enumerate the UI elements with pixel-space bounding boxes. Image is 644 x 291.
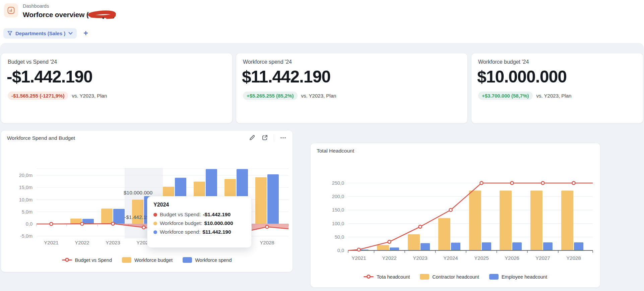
- svg-text:0,0: 0,0: [26, 221, 33, 227]
- chart-legend: Budget vs SpendWorkforce budgetWorkforce…: [1, 257, 293, 263]
- kpi-title: Workforce budget '24: [478, 59, 643, 65]
- dashboard-page: Dashboards Worforce overview ( ): [0, 0, 644, 291]
- kpi-delta-badge: -$1.565.255 (-1271,9%): [8, 92, 68, 100]
- edit-button[interactable]: [248, 134, 256, 141]
- legend-swatch-icon: [122, 257, 131, 263]
- filter-bar: Departments (Sales ) +: [3, 28, 88, 39]
- pencil-icon: [249, 134, 255, 141]
- legend-ring-icon: [65, 258, 69, 262]
- svg-text:-5,0m: -5,0m: [20, 233, 33, 239]
- legend-label: Budget vs Spend: [75, 257, 112, 263]
- dashboard-app-icon[interactable]: [4, 3, 18, 17]
- svg-text:Y2026: Y2026: [505, 255, 519, 261]
- legend-label: Workforce spend: [195, 257, 232, 263]
- tooltip-series-label: Budget vs Spend:: [160, 212, 201, 218]
- svg-text:0,0: 0,0: [337, 248, 344, 253]
- svg-text:Y2021: Y2021: [44, 240, 58, 245]
- chart-tooltip: Y2024 Budget vs Spend:-$1.442.190Workfor…: [147, 196, 252, 248]
- kpi-delta-badge: +$3.700.000 (58,7%): [478, 92, 533, 100]
- redaction-scribble-icon: [87, 10, 116, 20]
- breadcrumb[interactable]: Dashboards: [23, 3, 115, 9]
- tooltip-series-value: $11.442.190: [202, 229, 231, 235]
- svg-text:250,0: 250,0: [332, 180, 344, 186]
- svg-text:$10.000.000: $10.000.000: [124, 190, 153, 195]
- legend-line-marker: [364, 276, 374, 277]
- legend-swatch-icon: [489, 274, 499, 280]
- more-options-button[interactable]: [279, 134, 287, 141]
- kpi-card-budget-vs-spend: Budget vs Spend '24 -$1.442.190 -$1.565.…: [1, 53, 233, 123]
- kpi-value: $10.000.000: [477, 67, 643, 86]
- svg-text:10,0m: 10,0m: [19, 197, 33, 202]
- filter-chip-label: Departments (Sales ): [15, 31, 65, 36]
- legend-item-contractor-headcount[interactable]: Contractor headcount: [420, 274, 479, 280]
- legend-swatch-icon: [420, 274, 429, 280]
- tooltip-title: Y2024: [153, 202, 245, 208]
- kpi-comparison: vs. Y2023, Plan: [536, 93, 572, 99]
- kpi-comparison: vs. Y2023, Plan: [301, 93, 336, 99]
- svg-text:5,0m: 5,0m: [22, 209, 33, 215]
- total-headcount-chart[interactable]: 250,0200,0150,0100,050,00,0Y2021Y2022Y20…: [311, 143, 600, 288]
- legend-item-workforce-spend[interactable]: Workforce spend: [183, 257, 232, 263]
- svg-text:Y2027: Y2027: [535, 255, 550, 261]
- page-title: Worforce overview ( ): [23, 10, 115, 20]
- tooltip-row: Workforce spend:$11.442.190: [153, 229, 245, 235]
- kpi-title: Workforce spend '24: [243, 59, 467, 65]
- kpi-value: -$1.442.190: [7, 67, 232, 86]
- kpi-comparison: vs. Y2023, Plan: [72, 93, 107, 99]
- svg-text:150,0: 150,0: [332, 207, 344, 213]
- svg-text:100,0: 100,0: [332, 221, 344, 226]
- filter-funnel-icon: [7, 31, 12, 36]
- svg-text:200,0: 200,0: [332, 194, 344, 199]
- legend-line-marker: [62, 259, 72, 260]
- legend-ring-icon: [367, 275, 371, 279]
- kpi-card-workforce-budget: Workforce budget '24 $10.000.000 +$3.700…: [471, 53, 643, 123]
- svg-text:Y2025: Y2025: [474, 255, 489, 261]
- series-dot-icon: [153, 222, 157, 225]
- kpi-delta-badge: +$5.265.255 (85,2%): [243, 92, 298, 100]
- chart-card-workforce-spend-budget: Workforce Spend and Budget: [1, 130, 293, 272]
- svg-text:50,0: 50,0: [335, 234, 344, 240]
- svg-text:Y2028: Y2028: [260, 240, 274, 245]
- legend-item-tota-headcount[interactable]: Tota headcount: [364, 274, 410, 280]
- open-in-new-button[interactable]: [261, 134, 269, 141]
- svg-text:Y2022: Y2022: [382, 255, 396, 261]
- ellipsis-icon: [280, 134, 286, 141]
- legend-label: Tota headcount: [377, 274, 410, 280]
- series-dot-icon: [153, 230, 157, 234]
- page-title-text: Worforce overview (: [23, 11, 89, 19]
- svg-text:Y2022: Y2022: [75, 240, 89, 245]
- tooltip-rows: Budget vs Spend:-$1.442.190Workforce bud…: [153, 212, 245, 235]
- tooltip-series-label: Workforce spend:: [160, 229, 200, 235]
- tooltip-series-value: $10.000.000: [204, 220, 233, 226]
- departments-filter-chip[interactable]: Departments (Sales ): [3, 28, 77, 39]
- legend-label: Workforce budget: [134, 257, 173, 263]
- legend-label: Contractor headcount: [432, 274, 479, 280]
- tooltip-row: Budget vs Spend:-$1.442.190: [153, 212, 245, 218]
- chart-card-total-headcount: Total Headcount 250,0200,0150,0100,050,0…: [310, 143, 600, 288]
- kpi-card-workforce-spend: Workforce spend '24 $11.442.190 +$5.265.…: [236, 53, 468, 123]
- series-dot-icon: [153, 213, 157, 217]
- legend-label: Employee headcount: [502, 274, 547, 280]
- tooltip-row: Workforce budget:$10.000.000: [153, 220, 245, 226]
- svg-text:Y2021: Y2021: [351, 255, 366, 261]
- page-header: Dashboards Worforce overview ( ): [4, 3, 115, 20]
- svg-text:15,0m: 15,0m: [19, 185, 33, 190]
- legend-item-employee-headcount[interactable]: Employee headcount: [489, 274, 547, 280]
- legend-item-workforce-budget[interactable]: Workforce budget: [122, 257, 173, 263]
- legend-item-budget-vs-spend[interactable]: Budget vs Spend: [62, 257, 112, 263]
- svg-text:20,0m: 20,0m: [19, 173, 33, 178]
- svg-text:Y2023: Y2023: [106, 240, 120, 245]
- svg-text:Y2024: Y2024: [443, 255, 458, 261]
- kpi-title: Budget vs Spend '24: [8, 59, 232, 65]
- add-filter-button[interactable]: +: [83, 30, 88, 37]
- kpi-value: $11.442.190: [242, 67, 467, 86]
- chart-toolbar: [248, 134, 287, 141]
- svg-text:Y2023: Y2023: [413, 255, 427, 261]
- chart-legend: Tota headcountContractor headcountEmploy…: [311, 274, 600, 280]
- tooltip-series-value: -$1.442.190: [203, 212, 231, 218]
- tooltip-series-label: Workforce budget:: [160, 220, 202, 226]
- svg-text:Y2028: Y2028: [566, 255, 581, 261]
- external-link-icon: [262, 134, 268, 141]
- chevron-down-icon: [68, 32, 73, 35]
- bar-chart-icon: [7, 6, 15, 14]
